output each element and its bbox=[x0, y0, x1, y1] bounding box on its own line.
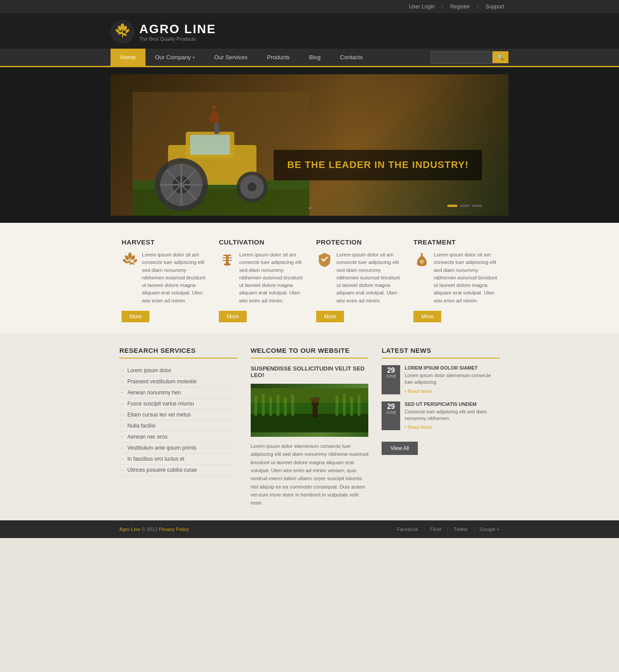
twitter-link[interactable]: Twitter bbox=[454, 527, 468, 532]
news-date-0: 29 JUNE bbox=[382, 365, 400, 394]
flickr-link[interactable]: Flickr bbox=[430, 527, 442, 532]
harvest-more-button[interactable]: More bbox=[122, 311, 149, 322]
hero-dots[interactable] bbox=[447, 205, 482, 207]
list-item: Etiam cursus leo vel metus bbox=[119, 409, 237, 420]
lower-section: RESEARCH SERVICES Lorem ipsum dolor Prae… bbox=[0, 333, 619, 520]
list-item: Nulla facilisi bbox=[119, 420, 237, 431]
cultivation-icon bbox=[219, 251, 236, 268]
feature-harvest-title: HARVEST bbox=[122, 238, 206, 246]
news-title: LATEST NEWS bbox=[382, 347, 500, 359]
list-item: Ultrices posuere cubilia curae bbox=[119, 465, 237, 476]
list-item: Vestibulum ante ipsum primis bbox=[119, 443, 237, 454]
news-read-more-0[interactable]: • Read More bbox=[405, 389, 432, 394]
register-link[interactable]: Register bbox=[450, 4, 470, 10]
nav-item-our-company[interactable]: Our company ▾ bbox=[145, 49, 205, 66]
list-item: Aenean nonummy hen bbox=[119, 387, 237, 398]
feature-treatment-text: Lorem ipsum dolor sit am consecte tuer a… bbox=[434, 251, 497, 305]
svg-point-41 bbox=[224, 263, 231, 266]
feature-protection: PROTECTION Lorem ipsum dolor sit am cons… bbox=[314, 236, 402, 325]
footer-brand-link[interactable]: Agro Line bbox=[119, 527, 140, 532]
feature-cultivation-title: CULTIVATION bbox=[219, 238, 303, 246]
cultivation-more-button[interactable]: More bbox=[219, 311, 247, 322]
chevron-down-icon: ▾ bbox=[193, 55, 195, 60]
feature-cultivation: CULTIVATION Lorem ipsum dolor sit am con… bbox=[217, 236, 305, 325]
feature-treatment: TREATMENT Lorem ipsum dolor sit am conse… bbox=[411, 236, 500, 325]
news-item-title-0: LOREM IPSUM DOLOR SIAMET bbox=[405, 365, 500, 370]
research-link-6[interactable]: Aenean nec eros bbox=[127, 434, 168, 440]
svg-rect-40 bbox=[222, 260, 232, 261]
welcome-text: Lorem ipsum dolor sitemenum consecte tue… bbox=[251, 442, 369, 507]
hero-dot-3[interactable] bbox=[472, 205, 482, 207]
svg-rect-57 bbox=[313, 406, 318, 417]
svg-rect-43 bbox=[421, 253, 423, 256]
features-section: HARVEST Lorem ipsum dolor sit am consect… bbox=[0, 223, 619, 333]
view-all-button[interactable]: View All bbox=[382, 442, 418, 455]
welcome-section: WELCOME TO OUR WEBSITE SUSPENDISSE SOLLI… bbox=[251, 347, 369, 507]
logo-icon bbox=[111, 20, 135, 44]
nav-item-contacts[interactable]: Contacts bbox=[330, 49, 372, 66]
logo-text: AGRO LINE The Best Quality Products bbox=[139, 23, 216, 42]
search-form: 🔍 bbox=[431, 51, 508, 64]
footer-social-links: Facebook | Flickr | Twitter | Google + bbox=[397, 527, 500, 532]
logo-subtitle: The Best Quality Products bbox=[139, 36, 216, 42]
svg-point-27 bbox=[211, 110, 218, 116]
list-item: In faucibus orci luctus et bbox=[119, 454, 237, 465]
list-item: Aenean nec eros bbox=[119, 431, 237, 443]
support-link[interactable]: Support bbox=[485, 4, 504, 10]
logo[interactable]: AGRO LINE The Best Quality Products bbox=[111, 20, 216, 44]
welcome-image-svg bbox=[251, 384, 369, 437]
research-link-9[interactable]: Ultrices posuere cubilia curae bbox=[127, 467, 197, 473]
facebook-link[interactable]: Facebook bbox=[397, 527, 418, 532]
research-link-0[interactable]: Lorem ipsum dolor bbox=[127, 367, 171, 374]
welcome-title: WELCOME TO OUR WEBSITE bbox=[251, 347, 369, 359]
welcome-subtitle: SUSPENDISSE SOLLICITUDIN VELIT SED LEO! bbox=[251, 365, 369, 378]
welcome-image bbox=[251, 384, 369, 437]
list-item: Praesent vestibulum molestie bbox=[119, 376, 237, 387]
user-login-link[interactable]: User Login bbox=[409, 4, 435, 10]
news-read-more-1[interactable]: • Read More bbox=[405, 424, 432, 430]
research-link-8[interactable]: In faucibus orci luctus et bbox=[127, 456, 184, 462]
nav-item-our-services[interactable]: Our services bbox=[205, 49, 257, 66]
hero-dot-1[interactable] bbox=[447, 205, 457, 207]
research-link-3[interactable]: Fusce suscipit varius miursu bbox=[127, 401, 194, 407]
svg-rect-60 bbox=[251, 388, 369, 403]
list-item: Lorem ipsum dolor bbox=[119, 365, 237, 376]
nav-item-blog[interactable]: Blog bbox=[299, 49, 330, 66]
hero-caption: BE THE LEADER IN THE INDUSTRY! bbox=[274, 150, 482, 180]
research-link-2[interactable]: Aenean nonummy hen bbox=[127, 389, 181, 396]
svg-point-24 bbox=[248, 183, 256, 191]
privacy-policy-link[interactable]: Privacy Policy bbox=[159, 527, 189, 532]
hero-caption-text: BE THE LEADER IN THE INDUSTRY! bbox=[287, 159, 469, 172]
hero-slider: BE THE LEADER IN THE INDUSTRY! ⌄ bbox=[111, 74, 508, 216]
protection-icon bbox=[316, 251, 333, 268]
search-input[interactable] bbox=[431, 51, 493, 64]
google-plus-link[interactable]: Google + bbox=[480, 527, 500, 532]
feature-treatment-title: TREATMENT bbox=[413, 238, 497, 246]
research-link-5[interactable]: Nulla facilisi bbox=[127, 423, 155, 429]
research-link-7[interactable]: Vestibulum ante ipsum primis bbox=[127, 445, 196, 451]
research-link-4[interactable]: Etiam cursus leo vel metus bbox=[127, 412, 191, 418]
feature-protection-text: Lorem ipsum dolor sit am consecte tuer a… bbox=[336, 251, 400, 305]
hero-dot-2[interactable] bbox=[460, 205, 470, 207]
feature-protection-title: PROTECTION bbox=[316, 238, 400, 246]
latest-news: LATEST NEWS 29 JUNE LOREM IPSUM DOLOR SI… bbox=[382, 347, 500, 507]
nav-bar: Home Our company ▾ Our services Products… bbox=[0, 49, 619, 67]
scroll-down-icon: ⌄ bbox=[306, 202, 313, 211]
news-item-1: 29 JUNE SED UT PERSPICIATIS UNDEM Consec… bbox=[382, 401, 500, 431]
research-link-1[interactable]: Praesent vestibulum molestie bbox=[127, 378, 197, 385]
news-item-text-0: Lorem ipsum dolor sitemenum consecte tue… bbox=[405, 372, 500, 386]
feature-harvest: HARVEST Lorem ipsum dolor sit am consect… bbox=[119, 236, 208, 325]
search-button[interactable]: 🔍 bbox=[493, 51, 508, 63]
list-item: Fusce suscipit varius miursu bbox=[119, 398, 237, 409]
treatment-more-button[interactable]: More bbox=[413, 311, 441, 322]
feature-harvest-text: Lorem ipsum dolor sit am consecte tuer a… bbox=[142, 251, 206, 305]
nav-item-home[interactable]: Home bbox=[111, 49, 145, 66]
footer-copy: Agro Line © 2012 Privacy Policy bbox=[119, 527, 189, 532]
header: AGRO LINE The Best Quality Products bbox=[0, 13, 619, 49]
logo-title: AGRO LINE bbox=[139, 23, 216, 35]
protection-more-button[interactable]: More bbox=[316, 311, 344, 322]
nav-item-products[interactable]: Products bbox=[257, 49, 299, 66]
harvest-icon bbox=[122, 251, 138, 268]
svg-point-42 bbox=[420, 260, 424, 264]
treatment-icon bbox=[413, 251, 430, 268]
